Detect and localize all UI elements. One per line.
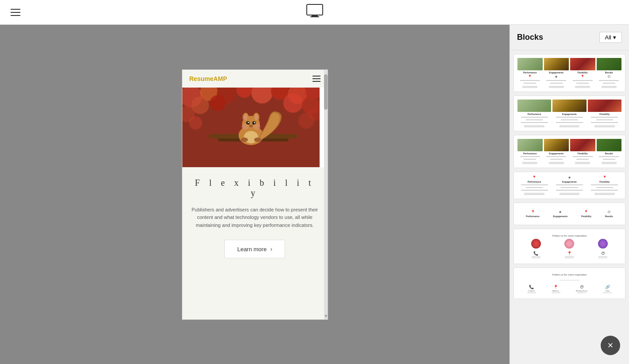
block7-cell4: 🔗 Links bbox=[603, 285, 612, 293]
pin-icon-1: 📍 bbox=[528, 75, 532, 79]
svg-rect-0 bbox=[307, 4, 323, 15]
mobile-hero-image bbox=[182, 88, 320, 167]
block7-icons-row: 📞 Contacts 📍 Address ⏱ Working Hours bbox=[519, 285, 620, 293]
mobile-header: ResumeAMP bbox=[182, 70, 328, 88]
block1-img3 bbox=[570, 58, 595, 70]
block-thumb-1[interactable]: Performance 📍 Engagements ★ bbox=[513, 54, 625, 92]
learn-more-arrow: › bbox=[270, 245, 272, 253]
block7-cell1: 📞 Contacts bbox=[527, 285, 536, 293]
block-thumb-5[interactable]: 📍 Performance ★ Engagements 📍 Flexibilit… bbox=[513, 203, 625, 225]
block2-img1 bbox=[517, 100, 551, 112]
clock-icon-1: ⏱ bbox=[607, 75, 611, 79]
social-images-row bbox=[519, 239, 620, 249]
blocks-list: Performance 📍 Engagements ★ bbox=[510, 50, 629, 303]
block7-cell2: 📍 Address bbox=[552, 285, 560, 293]
mobile-hamburger-icon[interactable] bbox=[313, 76, 320, 82]
block1-img1 bbox=[517, 58, 543, 70]
learn-more-button[interactable]: Learn more › bbox=[224, 240, 285, 258]
block2-col3: Flexibility bbox=[588, 100, 621, 127]
canvas-area: ▲ ResumeAMP bbox=[0, 25, 509, 364]
social-cell1: 📞 bbox=[532, 251, 540, 258]
block1-col4: Results ⏱ bbox=[597, 58, 622, 88]
block-thumb-4[interactable]: 📍 Performance ★ Engagements bbox=[513, 172, 625, 199]
logo-amp: AMP bbox=[213, 75, 227, 82]
svg-point-14 bbox=[210, 95, 226, 111]
star-icon-3: ★ bbox=[559, 210, 562, 214]
phone-icon-2: 📞 bbox=[529, 285, 534, 289]
block-thumb-6[interactable]: Follow us for more inspiration 📞 bbox=[513, 229, 625, 264]
block3-img4 bbox=[597, 139, 622, 151]
block4-col1: 📍 Performance bbox=[517, 176, 551, 195]
clock-icon-3: ⏱ bbox=[601, 251, 605, 256]
scrollbar-thumb[interactable] bbox=[324, 74, 328, 110]
filter-all-button[interactable]: All ▾ bbox=[599, 32, 622, 43]
social-icons-row: 📞 📍 ⏱ bbox=[519, 251, 620, 258]
svg-point-15 bbox=[283, 93, 303, 113]
block1-col1: Performance 📍 bbox=[517, 58, 543, 88]
block-thumb-3[interactable]: Performance Engagements Flex bbox=[513, 135, 625, 168]
block3-img1 bbox=[517, 139, 543, 151]
block1-col2: Engagements ★ bbox=[544, 58, 569, 88]
block1-img2 bbox=[544, 58, 569, 70]
block2-grid: Performance Engagements bbox=[517, 100, 621, 127]
block-thumb-2[interactable]: Performance Engagements bbox=[513, 96, 625, 131]
mobile-scrollbar[interactable] bbox=[324, 70, 328, 319]
block1-col3: Flexibility 📍 bbox=[570, 58, 595, 88]
monitor-icon bbox=[306, 4, 324, 21]
main-area: ▲ ResumeAMP bbox=[0, 25, 629, 364]
clock-icon-2: ⏱ bbox=[607, 210, 611, 214]
svg-point-37 bbox=[189, 116, 202, 130]
social-img-1 bbox=[531, 239, 541, 249]
chevron-down-icon: ▾ bbox=[613, 34, 616, 41]
block7-social: Follow us for more inspiration —————————… bbox=[517, 272, 621, 295]
block-thumb-7[interactable]: Follow us for more inspiration —————————… bbox=[513, 268, 625, 299]
block1-img4 bbox=[597, 58, 622, 70]
pin-icon-2: 📍 bbox=[580, 75, 585, 79]
svg-point-27 bbox=[247, 122, 249, 123]
topbar bbox=[0, 0, 629, 25]
block2-col2: Engagements bbox=[552, 100, 586, 127]
hamburger-icon[interactable] bbox=[11, 9, 20, 16]
block5-icons: 📍 Performance ★ Engagements 📍 Flexibilit… bbox=[517, 207, 621, 221]
block2-img3 bbox=[588, 100, 621, 112]
block5-cell2: ★ Engagements bbox=[553, 210, 568, 218]
clock-icon-4: ⏱ bbox=[580, 285, 584, 289]
learn-more-label: Learn more bbox=[237, 246, 266, 253]
block4-col3: 📍 Flexibility bbox=[588, 176, 621, 195]
pin-icon-3: 📍 bbox=[532, 176, 536, 180]
filter-label: All bbox=[605, 34, 611, 41]
star-icon-2: ★ bbox=[568, 176, 571, 180]
phone-icon: 📞 bbox=[533, 251, 538, 256]
social-img-3 bbox=[598, 239, 608, 249]
block3-col1: Performance bbox=[517, 139, 543, 164]
mobile-logo: ResumeAMP bbox=[189, 75, 228, 82]
block2-col1: Performance bbox=[517, 100, 551, 127]
panel-header: Blocks All ▾ bbox=[510, 25, 629, 50]
social-img-2 bbox=[564, 239, 574, 249]
block5-cell4: ⏱ Results bbox=[605, 210, 613, 218]
pin-icon-6: 📍 bbox=[584, 210, 588, 214]
mobile-preview: ▲ ResumeAMP bbox=[182, 69, 328, 320]
block4-grid: 📍 Performance ★ Engagements bbox=[517, 176, 621, 195]
svg-point-33 bbox=[241, 138, 248, 142]
block6-social: Follow us for more inspiration 📞 bbox=[517, 233, 621, 260]
logo-resume: Resume bbox=[189, 75, 213, 82]
block1-grid: Performance 📍 Engagements ★ bbox=[517, 58, 621, 88]
star-icon-1: ★ bbox=[555, 75, 558, 79]
block5-cell3: 📍 Flexibility bbox=[581, 210, 591, 218]
close-button[interactable]: × bbox=[601, 336, 620, 355]
svg-point-29 bbox=[249, 125, 253, 127]
svg-point-30 bbox=[242, 123, 249, 130]
mobile-section-title: F l e x i b i l i t y bbox=[189, 178, 320, 198]
location-icon-2: 📍 bbox=[553, 285, 558, 289]
link-icon: 🔗 bbox=[605, 285, 610, 289]
pin-icon-5: 📍 bbox=[531, 210, 535, 214]
svg-point-38 bbox=[298, 113, 314, 129]
panel-title: Blocks bbox=[517, 33, 543, 42]
block4-col2: ★ Engagements bbox=[552, 176, 586, 195]
scroll-down-arrow[interactable]: ▼ bbox=[324, 314, 328, 318]
block3-col4: Results bbox=[597, 139, 622, 164]
block3-img2 bbox=[544, 139, 569, 151]
svg-point-34 bbox=[254, 138, 261, 142]
svg-point-24 bbox=[255, 114, 258, 120]
